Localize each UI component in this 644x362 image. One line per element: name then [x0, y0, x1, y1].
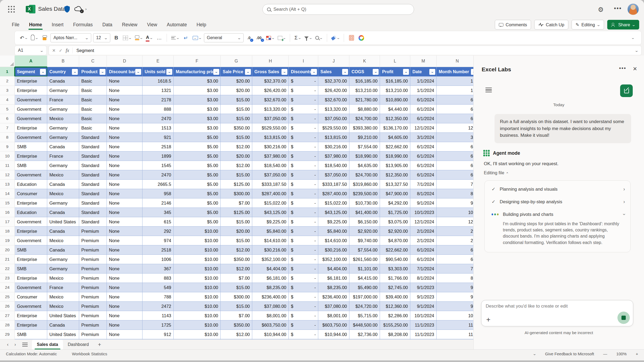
filter-dropdown-icon[interactable]: ⌄: [373, 69, 379, 75]
cell[interactable]: 6/1/2024: [410, 142, 437, 152]
cell[interactable]: $37,050.00: [252, 170, 289, 180]
cell[interactable]: $3,075.00: [380, 217, 410, 227]
column-header-M[interactable]: M: [410, 56, 437, 67]
settings-gear-icon[interactable]: ⚙: [598, 6, 604, 13]
filter-dropdown-icon[interactable]: ⌄: [166, 69, 172, 75]
cell[interactable]: None: [107, 161, 142, 170]
cell[interactable]: $10.00: [174, 255, 221, 264]
cell[interactable]: $603,750.00: [318, 320, 349, 330]
cell[interactable]: 10: [437, 311, 473, 320]
cell[interactable]: $15.00: [221, 95, 252, 105]
font-size-select[interactable]: 12⌄: [93, 33, 110, 42]
filter-dropdown-icon[interactable]: ⌄: [213, 69, 219, 75]
cell[interactable]: 6/1/2024: [410, 245, 437, 255]
row-header-26[interactable]: 26: [0, 302, 15, 311]
row-header-1[interactable]: 1: [0, 67, 15, 76]
cell[interactable]: $20.00: [221, 86, 252, 95]
cell[interactable]: $-: [289, 161, 318, 170]
share-button[interactable]: Share ⌄: [607, 20, 639, 29]
paste-button[interactable]: ⌄: [30, 33, 39, 42]
cell[interactable]: $4,870.00: [380, 236, 410, 245]
row-header-22[interactable]: 22: [0, 264, 15, 274]
cell[interactable]: $10.00: [174, 245, 221, 255]
feedback-link[interactable]: Give Feedback to Microsoft: [545, 352, 594, 356]
cell[interactable]: $352,100.00: [318, 255, 349, 264]
cell[interactable]: $10.00: [174, 227, 221, 236]
cell[interactable]: Premium: [79, 302, 107, 311]
cell[interactable]: $37,080.00: [318, 302, 349, 311]
filter-dropdown-icon[interactable]: ⌄: [40, 69, 46, 75]
cell[interactable]: $10.00: [174, 236, 221, 245]
cell[interactable]: $14,610.00: [318, 236, 349, 245]
cell[interactable]: 6/1/2024: [410, 152, 437, 161]
cancel-icon[interactable]: ✕: [52, 48, 56, 53]
row-header-5[interactable]: 5: [0, 105, 15, 114]
column-header-I[interactable]: I: [289, 56, 318, 67]
cell[interactable]: None: [107, 227, 142, 236]
cell[interactable]: Germany: [47, 105, 79, 114]
cell[interactable]: 2/1/2024: [410, 227, 437, 236]
cell[interactable]: Standard: [79, 161, 107, 170]
filter-dropdown-icon[interactable]: ⌄: [471, 69, 473, 75]
row-header-27[interactable]: 27: [0, 311, 15, 320]
cell[interactable]: Enterprise: [15, 123, 47, 133]
cell[interactable]: $8,235.00: [252, 283, 289, 292]
cell[interactable]: $32,370.00: [252, 76, 289, 86]
ribbon-tab-help[interactable]: Help: [193, 20, 210, 30]
header-cell-cogs[interactable]: COGS⌄: [349, 67, 380, 76]
cell[interactable]: Government: [15, 133, 47, 142]
cell[interactable]: $7.00: [221, 274, 252, 283]
cell[interactable]: 1: [437, 76, 473, 86]
cell[interactable]: Government: [15, 170, 47, 180]
cell[interactable]: 10/1/2024: [410, 311, 437, 320]
cell[interactable]: $10.00: [174, 330, 221, 339]
cell[interactable]: Government: [15, 105, 47, 114]
cell[interactable]: $7,554.00: [349, 142, 380, 152]
row-header-4[interactable]: 4: [0, 95, 15, 105]
cell[interactable]: $3.00: [174, 105, 221, 114]
row-header-14[interactable]: 14: [0, 189, 15, 198]
cell[interactable]: $32,370.00: [318, 76, 349, 86]
cell[interactable]: None: [107, 264, 142, 274]
cell[interactable]: $4,440.00: [380, 105, 410, 114]
cell[interactable]: $15.00: [221, 170, 252, 180]
cell[interactable]: $10,944.00: [318, 330, 349, 339]
cell[interactable]: $-: [289, 170, 318, 180]
cell[interactable]: 9/1/2023: [410, 283, 437, 292]
cell[interactable]: $37,980.00: [318, 152, 349, 161]
decrease-decimal-button[interactable]: .0‹: [246, 33, 254, 42]
filter-dropdown-icon[interactable]: ⌄: [281, 69, 287, 75]
cell[interactable]: None: [107, 142, 142, 152]
search-bar[interactable]: Search (Alt + Q): [262, 4, 414, 15]
cell[interactable]: $9,740.00: [349, 236, 380, 245]
cell[interactable]: None: [107, 189, 142, 198]
cell[interactable]: Enterprise: [15, 320, 47, 330]
ribbon-tab-data[interactable]: Data: [99, 20, 116, 30]
cell[interactable]: None: [107, 180, 142, 189]
cell[interactable]: Mexico: [47, 292, 79, 302]
cell[interactable]: Enterprise: [15, 311, 47, 320]
cell[interactable]: Standard: [79, 217, 107, 227]
cell[interactable]: $24,700.00: [349, 170, 380, 180]
zoom-out-button[interactable]: —: [603, 352, 607, 356]
cell[interactable]: Canada: [47, 208, 79, 217]
cell[interactable]: None: [107, 152, 142, 161]
cell[interactable]: $197,000.00: [349, 292, 380, 302]
cell[interactable]: 1618.5: [142, 76, 174, 86]
cell[interactable]: Germany: [47, 161, 79, 170]
font-color-button[interactable]: A⌄: [145, 33, 153, 42]
cell[interactable]: Germany: [47, 133, 79, 142]
row-header-15[interactable]: 15: [0, 198, 15, 208]
cell[interactable]: $-: [289, 311, 318, 320]
cell[interactable]: Enterprise: [15, 274, 47, 283]
row-header-21[interactable]: 21: [0, 255, 15, 264]
merge-center-button[interactable]: ↔⌄: [192, 33, 202, 42]
cell[interactable]: $5,490.00: [349, 283, 380, 292]
cell[interactable]: $5.00: [174, 208, 221, 217]
cell[interactable]: $12.00: [221, 245, 252, 255]
cell[interactable]: Standard: [79, 133, 107, 142]
step-designing[interactable]: ✓ Designing step-by-step analysis ›: [485, 195, 630, 208]
cell[interactable]: $350.00: [221, 320, 252, 330]
cell[interactable]: $21,780.00: [349, 95, 380, 105]
cell[interactable]: None: [107, 320, 142, 330]
